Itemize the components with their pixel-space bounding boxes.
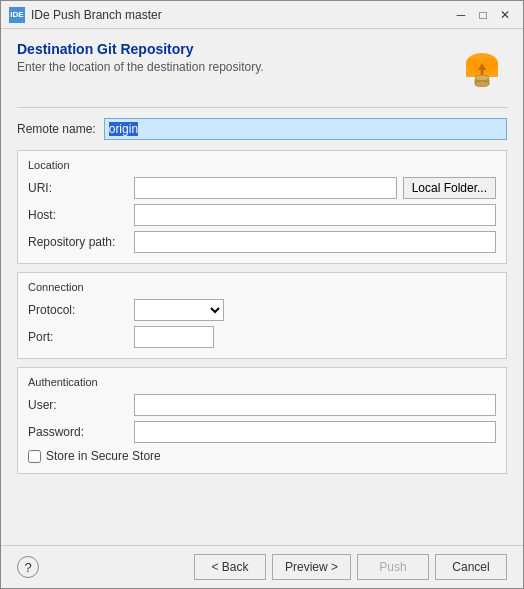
remote-name-label: Remote name: — [17, 122, 96, 136]
uri-row: URI: Local Folder... — [28, 177, 496, 199]
remote-name-input[interactable] — [104, 118, 507, 140]
uri-label: URI: — [28, 181, 128, 195]
title-bar: IDE IDe Push Branch master ─ □ ✕ — [1, 1, 523, 29]
user-input[interactable] — [134, 394, 496, 416]
title-bar-controls: ─ □ ✕ — [451, 6, 515, 24]
password-row: Password: — [28, 421, 496, 443]
dialog-title: Destination Git Repository — [17, 41, 457, 57]
port-row: Port: — [28, 326, 496, 348]
location-legend: Location — [28, 159, 496, 171]
host-input[interactable] — [134, 204, 496, 226]
local-folder-button[interactable]: Local Folder... — [403, 177, 496, 199]
footer-left: ? — [17, 556, 39, 578]
user-label: User: — [28, 398, 128, 412]
repo-path-row: Repository path: — [28, 231, 496, 253]
help-button[interactable]: ? — [17, 556, 39, 578]
footer-right: < Back Preview > Push Cancel — [194, 554, 507, 580]
protocol-row: Protocol: ssh http https git local — [28, 299, 496, 321]
port-input[interactable] — [134, 326, 214, 348]
svg-point-8 — [475, 75, 489, 81]
back-button[interactable]: < Back — [194, 554, 266, 580]
uri-input[interactable] — [134, 177, 397, 199]
push-button[interactable]: Push — [357, 554, 429, 580]
cancel-button[interactable]: Cancel — [435, 554, 507, 580]
dialog-content: Destination Git Repository Enter the loc… — [1, 29, 523, 545]
ide-icon: IDE — [9, 7, 25, 23]
title-bar-left: IDE IDe Push Branch master — [9, 7, 162, 23]
protocol-label: Protocol: — [28, 303, 128, 317]
user-row: User: — [28, 394, 496, 416]
connection-legend: Connection — [28, 281, 496, 293]
window-title: IDe Push Branch master — [31, 8, 162, 22]
repo-path-input[interactable] — [134, 231, 496, 253]
close-button[interactable]: ✕ — [495, 6, 515, 24]
authentication-legend: Authentication — [28, 376, 496, 388]
main-window: IDE IDe Push Branch master ─ □ ✕ Destina… — [0, 0, 524, 589]
minimize-button[interactable]: ─ — [451, 6, 471, 24]
header-text: Destination Git Repository Enter the loc… — [17, 41, 457, 74]
dialog-footer: ? < Back Preview > Push Cancel — [1, 545, 523, 588]
cloud-upload-icon — [460, 43, 504, 87]
protocol-select[interactable]: ssh http https git local — [134, 299, 224, 321]
svg-point-11 — [475, 81, 489, 87]
maximize-button[interactable]: □ — [473, 6, 493, 24]
dialog-subtitle: Enter the location of the destination re… — [17, 60, 457, 74]
connection-section: Connection Protocol: ssh http https git … — [17, 272, 507, 359]
port-label: Port: — [28, 330, 128, 344]
host-label: Host: — [28, 208, 128, 222]
location-section: Location URI: Local Folder... Host: Repo… — [17, 150, 507, 264]
remote-name-row: Remote name: — [17, 118, 507, 140]
secure-store-checkbox[interactable] — [28, 450, 41, 463]
dialog-header: Destination Git Repository Enter the loc… — [17, 41, 507, 91]
header-icon — [457, 41, 507, 91]
secure-store-label: Store in Secure Store — [46, 449, 161, 463]
authentication-section: Authentication User: Password: Store in … — [17, 367, 507, 474]
password-label: Password: — [28, 425, 128, 439]
preview-button[interactable]: Preview > — [272, 554, 351, 580]
header-divider — [17, 107, 507, 108]
secure-store-row: Store in Secure Store — [28, 449, 496, 463]
repo-path-label: Repository path: — [28, 235, 128, 249]
host-row: Host: — [28, 204, 496, 226]
password-input[interactable] — [134, 421, 496, 443]
